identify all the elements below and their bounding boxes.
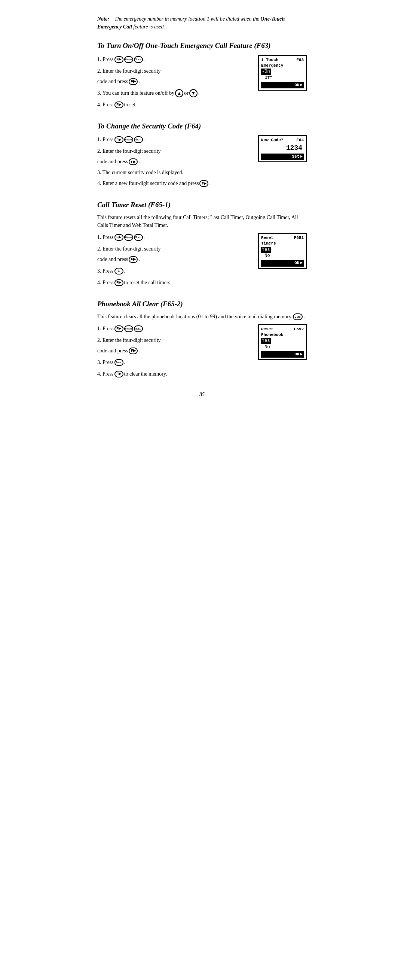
list-item: 4. Press F▶ to reset the call timers. (97, 277, 252, 288)
btn-6mno-s2[interactable]: 6MNO (124, 136, 133, 143)
section2-title: To Change the Security Code (F64) (97, 122, 307, 131)
btn-1-s3[interactable]: 1 (114, 268, 124, 275)
btn-f-4[interactable]: F▶ (114, 102, 124, 108)
note-text2: feature is used. (133, 24, 165, 30)
list-item: 4. Enter a new four-digit security code … (97, 178, 252, 189)
btn-f-s3-2[interactable]: F▶ (129, 256, 138, 263)
btn-6mno-s4[interactable]: 6MNO (124, 325, 133, 332)
btn-f-s3-1[interactable]: F▶ (114, 234, 124, 241)
section2-content: 1. Press F▶ 6MNO 4GHI . 2. Enter the fou… (97, 134, 307, 190)
lcd4-header-right: F652 (294, 326, 304, 332)
btn-f-1[interactable]: F▶ (114, 56, 124, 63)
lcd4-ok-bar: OK ► (261, 351, 304, 358)
lcd-f651: Reset F651 Timers Yes No OK ► (258, 233, 307, 269)
section3-steps: 1. Press F▶ 6MNO 5JKL . 2. Enter the fou… (97, 232, 252, 289)
page-number: 85 (97, 392, 307, 398)
note-label: Note: (97, 16, 109, 22)
btn-f-s4-1[interactable]: F▶ (114, 325, 124, 332)
list-item: 4. Press F▶ to set. (97, 100, 252, 110)
lcd2-set-arrow: ► (300, 154, 303, 159)
list-item: 1. Press F▶ 6MNO 4GHI . (97, 134, 252, 145)
btn-f-s3-4[interactable]: F▶ (114, 279, 124, 286)
btn-f-s2-1[interactable]: F▶ (114, 136, 124, 143)
section1-steps: 1. Press F▶ 6MNO 3DEF . 2. Enter the fou… (97, 54, 252, 111)
section4-intro-text1: This feature clears all the phonebook lo… (97, 314, 292, 320)
btn-f-s2-4[interactable]: F▶ (200, 180, 208, 187)
step1-buttons-s3: F▶ 6MNO 5JKL (114, 234, 143, 241)
btn-up[interactable]: ▲ (175, 89, 183, 97)
lcd2-number: 1234 (261, 143, 304, 153)
lcd2-header-right: F64 (296, 137, 304, 143)
section4-title: Phonebook All Clear (F65-2) (97, 299, 307, 309)
section-f652: Phonebook All Clear (F65-2) This feature… (97, 299, 307, 380)
list-item: 1. Press F▶ 6MNO 5JKL . (97, 323, 252, 334)
btn-f-s2-2[interactable]: F▶ (129, 158, 138, 165)
step1-buttons-s2: F▶ 6MNO 4GHI (114, 136, 143, 143)
section2-steps: 1. Press F▶ 6MNO 4GHI . 2. Enter the fou… (97, 134, 252, 190)
step1-num: 1. Press (97, 54, 114, 65)
section-f63: To Turn On/Off One-Touch Emergency Call … (97, 41, 307, 111)
lcd-option-on: √On (261, 68, 304, 75)
lcd-header-left: 1 Touch (261, 57, 278, 63)
btn-f-2[interactable]: F▶ (129, 78, 138, 85)
lcd3-label: Timers (261, 241, 304, 247)
btn-3def-1[interactable]: 3DEF (134, 56, 143, 63)
section3-intro: This feature resets all the following fo… (97, 213, 307, 229)
step1-buttons-s4: F▶ 6MNO 5JKL (114, 325, 143, 332)
lcd2-set-label: Set (292, 154, 299, 159)
list-item: 2. Enter the four-digit security code an… (97, 244, 252, 265)
btn-vplus[interactable]: V+/td (293, 313, 303, 320)
lcd4-option-no: No (261, 344, 304, 350)
lcd-f652: Reset F652 Phonebook Yes No OK ► (258, 324, 307, 360)
section2-display: New Code? F64 1234 Set ► (258, 134, 307, 162)
lcd4-option-yes: Yes (261, 338, 304, 344)
btn-4ghi-s2[interactable]: 4GHI (134, 136, 143, 143)
section4-intro-text2: . (304, 314, 305, 320)
list-item: 3. Press 2ABC . (97, 357, 252, 368)
note-block: Note: The emergency number in memory loc… (97, 15, 307, 31)
list-item: 3. Press 1 . (97, 266, 252, 276)
list-item: 3. The current security code is displaye… (97, 168, 252, 177)
list-item: 2. Enter the four-digit security code an… (97, 66, 252, 87)
lcd3-header-right: F651 (294, 235, 304, 241)
section3-content: 1. Press F▶ 6MNO 5JKL . 2. Enter the fou… (97, 232, 307, 289)
btn-f-s4-2[interactable]: F▶ (129, 347, 138, 354)
list-item: 1. Press F▶ 6MNO 3DEF . (97, 54, 252, 65)
lcd-f63: 1 Touch F63 Emergency √On Off OK ► (258, 55, 307, 91)
btn-2abc-s4[interactable]: 2ABC (114, 359, 124, 366)
btn-6mno-1[interactable]: 6MNO (124, 56, 133, 63)
lcd3-ok-arrow: ► (300, 260, 303, 266)
lcd4-ok-label: OK (295, 352, 299, 357)
section1-title: To Turn On/Off One-Touch Emergency Call … (97, 41, 307, 51)
lcd3-ok-label: OK (295, 260, 299, 266)
section1-list: 1. Press F▶ 6MNO 3DEF . 2. Enter the fou… (97, 54, 252, 110)
section4-content: 1. Press F▶ 6MNO 5JKL . 2. Enter the fou… (97, 323, 307, 380)
btn-5jkl-s4[interactable]: 5JKL (134, 325, 143, 332)
section4-intro: This feature clears all the phonebook lo… (97, 313, 307, 321)
section2-list: 1. Press F▶ 6MNO 4GHI . 2. Enter the fou… (97, 134, 252, 189)
section-f651: Call Timer Reset (F65-1) This feature re… (97, 200, 307, 289)
section1-content: 1. Press F▶ 6MNO 3DEF . 2. Enter the fou… (97, 54, 307, 111)
list-item: 4. Press F▶ to clear the memory. (97, 369, 252, 379)
lcd3-option-no: No (261, 253, 304, 259)
section4-list: 1. Press F▶ 6MNO 5JKL . 2. Enter the fou… (97, 323, 252, 379)
lcd4-ok-arrow: ► (300, 352, 303, 357)
lcd3-header-left: Reset (261, 235, 273, 241)
lcd-ok-bar: OK ► (261, 82, 304, 88)
btn-down[interactable]: ▼ (189, 89, 198, 97)
step1-period: . (144, 54, 145, 65)
btn-5jkl-s3[interactable]: 5JKL (134, 234, 143, 241)
lcd-ok-label: OK (295, 83, 299, 88)
section4-display: Reset F652 Phonebook Yes No OK ► (258, 323, 307, 360)
lcd3-ok-bar: OK ► (261, 260, 304, 266)
lcd-f64: New Code? F64 1234 Set ► (258, 135, 307, 162)
lcd-label: Emergency (261, 63, 304, 68)
lcd2-set-bar: Set ► (261, 154, 304, 160)
step1-buttons: F▶ 6MNO 3DEF (114, 56, 143, 63)
section4-steps: 1. Press F▶ 6MNO 5JKL . 2. Enter the fou… (97, 323, 252, 380)
btn-6mno-s3[interactable]: 6MNO (124, 234, 133, 241)
lcd4-label: Phonebook (261, 332, 304, 338)
list-item: 3. You can turn this feature on/off by ▲… (97, 88, 252, 99)
btn-f-s4-4[interactable]: F▶ (114, 371, 124, 377)
lcd-ok-arrow: ► (300, 83, 303, 88)
